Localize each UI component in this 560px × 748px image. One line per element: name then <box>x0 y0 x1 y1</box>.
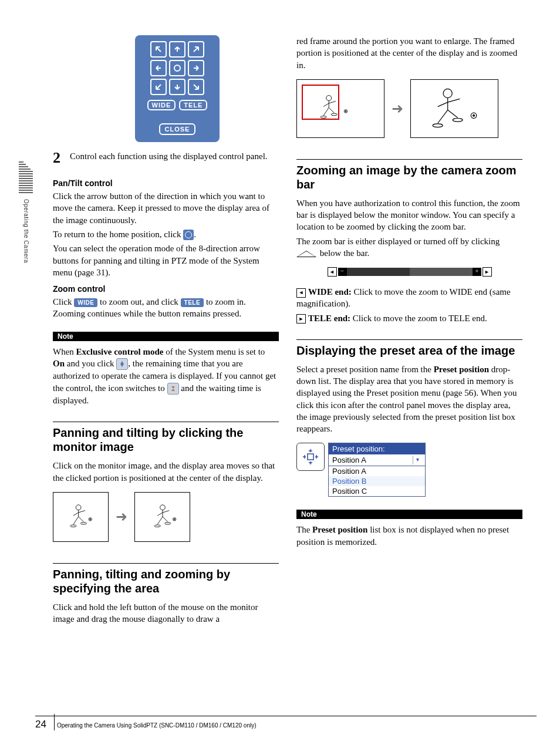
pan-click-illustration: ➜ <box>53 492 279 542</box>
footer-text: Operating the Camera Using SolidPTZ (SNC… <box>57 722 257 729</box>
pan-up-left-button[interactable] <box>150 41 167 58</box>
seek-wide-icon[interactable]: ◄ <box>296 288 306 298</box>
pan-down-left-button[interactable] <box>150 79 167 95</box>
zoom-bar-tele-end[interactable]: ► <box>483 267 492 277</box>
note-badge: Note <box>296 510 522 519</box>
pan-up-button[interactable] <box>169 41 185 58</box>
section-zoombar-heading: Zooming an image by the camera zoom bar <box>296 159 522 191</box>
svg-point-8 <box>164 523 171 525</box>
zoombar-p1: When you have authorization to control t… <box>296 197 522 233</box>
zoombar-p2: The zoom bar is either displayed or turn… <box>296 235 522 260</box>
pan-home-button[interactable] <box>169 60 185 76</box>
section-ptz-area-text: Click and hold the left button of the mo… <box>53 601 279 625</box>
control-panel-figure: WIDE TELE CLOSE <box>135 35 220 142</box>
section-ptz-area-heading: Panning, tilting and zooming by specifyi… <box>53 563 279 595</box>
arrow-right-icon: ➜ <box>116 508 127 525</box>
home-icon[interactable] <box>183 230 194 240</box>
svg-point-7 <box>154 525 161 527</box>
svg-point-3 <box>80 523 87 525</box>
svg-point-16 <box>443 89 452 98</box>
zoom-control-heading: Zoom control <box>53 284 279 294</box>
chapter-tab: Operating the Camera <box>18 161 34 296</box>
col2-continuation: red frame around the portion you want to… <box>296 35 522 71</box>
zoom-control-text: Click WIDE to zoom out, and click TELE t… <box>53 296 279 320</box>
zoom-tele-button[interactable]: TELE <box>179 100 207 110</box>
close-panel-button[interactable]: CLOSE <box>159 123 196 135</box>
note2-text: The Preset position list box is not disp… <box>296 524 522 548</box>
arrow-right-icon: ➜ <box>392 100 403 117</box>
svg-point-2 <box>70 525 76 527</box>
note-badge: Note <box>53 332 279 341</box>
wide-inline-button[interactable]: WIDE <box>74 298 97 308</box>
preset-option[interactable]: Position B <box>329 476 425 486</box>
step-number: 2 <box>53 150 60 166</box>
pan-tilt-p3: You can select the operation mode of the… <box>53 242 279 278</box>
preset-text: Select a preset position name from the P… <box>296 363 522 435</box>
zoom-bar-figure: ◄ −+ ► <box>328 267 492 277</box>
tele-end-desc: ►TELE end: Click to move the zoom to TEL… <box>296 312 522 324</box>
wide-end-desc: ◄WIDE end: Click to move the zoom to WID… <box>296 286 522 310</box>
section-preset-heading: Displaying the preset area of the image <box>296 339 522 358</box>
control-acquired-icon[interactable] <box>116 358 128 370</box>
preset-dropdown-label: Preset position: <box>329 443 425 454</box>
pan-tilt-p1: Click the arrow button of the direction … <box>53 190 279 226</box>
pan-up-right-button[interactable] <box>188 41 204 58</box>
zoom-bar-wide-end[interactable]: ◄ <box>328 267 337 277</box>
zoom-wide-button[interactable]: WIDE <box>147 100 176 110</box>
zoombar-toggle-icon[interactable] <box>296 250 318 257</box>
pan-tilt-p2: To return to the home position, click . <box>53 228 279 241</box>
control-waiting-icon <box>167 383 179 395</box>
svg-point-1 <box>76 505 81 510</box>
svg-point-15 <box>345 110 346 112</box>
preset-recall-icon[interactable] <box>296 443 325 471</box>
zoom-bar-track[interactable]: −+ <box>338 268 481 276</box>
page-footer: 24 Operating the Camera Using SolidPTZ (… <box>35 716 537 730</box>
pan-left-button[interactable] <box>150 60 167 76</box>
svg-rect-21 <box>308 454 313 460</box>
preset-option[interactable]: Position A <box>329 466 425 476</box>
section-pan-click-heading: Panning and tilting by clicking the moni… <box>53 422 279 454</box>
svg-point-18 <box>453 119 463 122</box>
pan-right-button[interactable] <box>188 60 204 76</box>
preset-option[interactable]: Position C <box>329 486 425 496</box>
page-number: 24 <box>35 719 46 730</box>
tele-inline-button[interactable]: TELE <box>181 298 204 308</box>
chapter-tab-label: Operating the Camera <box>23 199 29 263</box>
section-pan-click-text: Click on the monitor image, and the disp… <box>53 460 279 484</box>
svg-point-5 <box>89 519 90 520</box>
svg-point-6 <box>160 505 165 510</box>
step-2: 2 Control each function using the displa… <box>53 150 279 166</box>
chevron-down-icon: ▾ <box>413 456 421 464</box>
svg-point-0 <box>174 65 180 71</box>
note1-text: When Exclusive control mode of the Syste… <box>53 346 279 407</box>
seek-tele-icon[interactable]: ► <box>296 314 306 324</box>
step-text: Control each function using the displaye… <box>70 150 268 162</box>
pan-tilt-heading: Pan/Tilt control <box>53 178 279 188</box>
ptz-area-illustration: ➜ <box>296 79 522 138</box>
preset-dropdown-figure: Preset position: Position A ▾ Position A… <box>296 443 426 497</box>
preset-dropdown-select[interactable]: Position A ▾ <box>329 454 425 466</box>
pan-down-right-button[interactable] <box>188 79 204 95</box>
pan-down-button[interactable] <box>169 79 185 95</box>
svg-point-17 <box>433 124 443 127</box>
svg-point-10 <box>174 519 175 520</box>
svg-point-20 <box>473 115 475 117</box>
